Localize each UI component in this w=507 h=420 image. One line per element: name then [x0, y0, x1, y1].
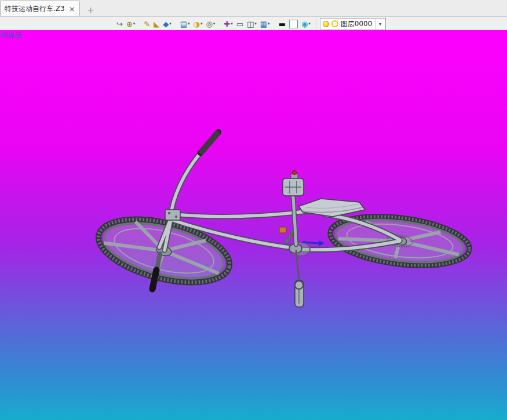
chamfer-icon: ◣ — [154, 20, 159, 28]
new-tab-button[interactable]: + — [85, 5, 97, 16]
chamfer-icon-button[interactable]: ◣ — [152, 18, 161, 30]
query-tool-icon: ⊕ — [126, 20, 133, 28]
zoom-icon: ◎ — [206, 20, 212, 28]
display-mode-dropdown-arrow[interactable]: ▾ — [188, 21, 190, 26]
render-style-icon-button[interactable]: ◑▾ — [192, 18, 204, 30]
display-mode-icon: ▤ — [180, 20, 187, 28]
handlebar[interactable] — [165, 132, 218, 220]
monitor-icon: ▦ — [260, 20, 267, 28]
display-mode-icon-button[interactable]: ▤▾ — [179, 18, 191, 30]
layer-visibility-bulb-icon[interactable] — [323, 21, 329, 27]
quick-toolbar: ↪⊕▾✎◣◆▾▤▾◑▾◎▾✚▾▭◫▾▦▾▬◉▾ 图层0000 ▾ — [0, 17, 507, 31]
selection-frame-icon: ▭ — [236, 20, 243, 28]
line-width-icon-button[interactable]: ▬ — [278, 18, 287, 30]
edit-sketch-icon: ✎ — [144, 20, 150, 28]
visibility-icon-button[interactable]: ◉▾ — [300, 18, 312, 30]
layer-color-icon — [331, 20, 338, 27]
document-tab[interactable]: 特技运动自行车.Z3 × — [0, 1, 80, 16]
zw3d-window: 特技运动自行车.Z3 × + ↪⊕▾✎◣◆▾▤▾◑▾◎▾✚▾▭◫▾▦▾▬◉▾ 图… — [0, 0, 507, 420]
saddle[interactable] — [299, 199, 365, 217]
solid-cube-icon: ◆ — [163, 20, 169, 28]
zoom-icon-button[interactable]: ◎▾ — [205, 18, 216, 30]
exit-icon: ↪ — [116, 20, 123, 28]
line-width-icon: ▬ — [279, 20, 286, 28]
selection-frame-icon-button[interactable]: ▭ — [235, 18, 245, 30]
viewport[interactable]: 些提示· — [0, 30, 507, 420]
render-style-icon: ◑ — [194, 20, 200, 28]
split-window-icon: ◫ — [247, 20, 254, 28]
edit-sketch-icon-button[interactable]: ✎ — [143, 18, 151, 30]
exit-icon-button[interactable]: ↪ — [115, 18, 124, 30]
align-view-icon-button[interactable]: ✚▾ — [223, 18, 234, 30]
query-tool-icon-button[interactable]: ⊕▾ — [125, 18, 136, 30]
solid-cube-icon-button[interactable]: ◆▾ — [162, 18, 173, 30]
monitor-icon-button[interactable]: ▦▾ — [259, 18, 271, 30]
align-view-icon: ✚ — [224, 20, 230, 28]
toolbar-separator — [316, 19, 316, 28]
align-view-dropdown-arrow[interactable]: ▾ — [231, 21, 233, 26]
background-color-icon — [289, 20, 298, 28]
bicycle-model[interactable] — [0, 30, 507, 420]
background-color-icon-button[interactable] — [288, 18, 299, 30]
tab-bar: 特技运动自行车.Z3 × + — [0, 0, 507, 17]
solid-cube-dropdown-arrow[interactable]: ▾ — [169, 21, 172, 26]
toolbar-icons: ↪⊕▾✎◣◆▾▤▾◑▾◎▾✚▾▭◫▾▦▾▬◉▾ — [115, 18, 312, 30]
split-window-dropdown-arrow[interactable]: ▾ — [254, 21, 257, 26]
layer-dropdown-arrow[interactable]: ▾ — [375, 19, 384, 29]
layer-selector[interactable]: 图层0000 ▾ — [320, 18, 386, 30]
visibility-icon: ◉ — [301, 20, 308, 28]
tab-close-icon[interactable]: × — [69, 5, 75, 13]
zoom-dropdown-arrow[interactable]: ▾ — [213, 21, 216, 26]
monitor-dropdown-arrow[interactable]: ▾ — [268, 21, 270, 26]
query-tool-dropdown-arrow[interactable]: ▾ — [133, 21, 136, 26]
pedal-assembly[interactable] — [283, 171, 304, 308]
document-tab-title: 特技运动自行车.Z3 — [5, 4, 65, 14]
split-window-icon-button[interactable]: ◫▾ — [246, 18, 258, 30]
layer-selector-value: 图层0000 — [341, 19, 373, 29]
render-style-dropdown-arrow[interactable]: ▾ — [200, 21, 203, 26]
visibility-dropdown-arrow[interactable]: ▾ — [308, 21, 311, 26]
